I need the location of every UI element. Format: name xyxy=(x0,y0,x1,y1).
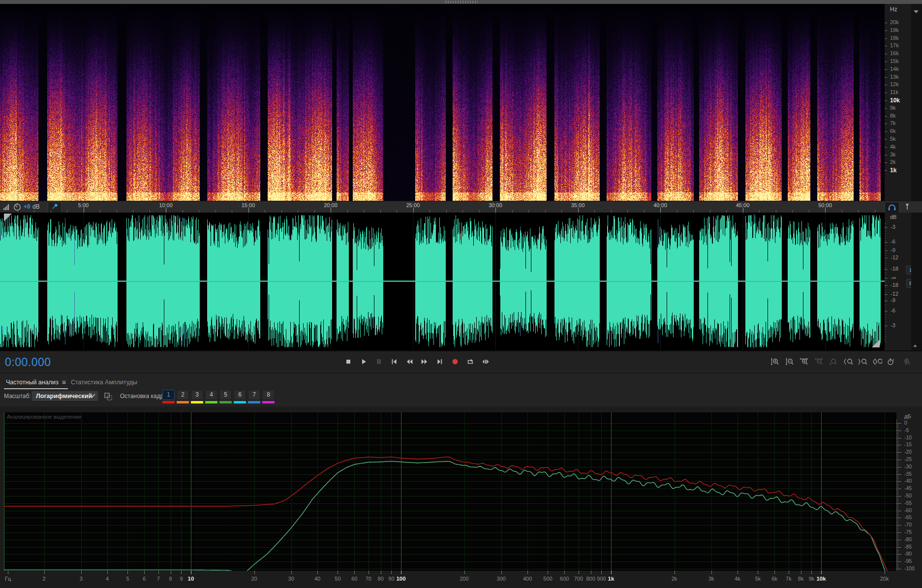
levels-icon[interactable] xyxy=(3,204,10,211)
ruler-tick xyxy=(578,208,579,213)
hold-button-8[interactable]: 8 xyxy=(262,390,275,400)
hold-frame-3[interactable]: 3 xyxy=(191,390,203,403)
waveform-db-scale[interactable]: dB -3-6-9-12-18-∞-18-12-9-6-3LR xyxy=(885,213,911,350)
panel-menu-icon[interactable]: ≡ xyxy=(62,380,66,385)
plot-db-label: -55 xyxy=(904,500,912,506)
db-minor-tick xyxy=(885,319,886,320)
record-button[interactable] xyxy=(449,356,461,367)
plot-db-label: -35 xyxy=(904,471,912,477)
hold-frame-5[interactable]: 5 xyxy=(219,390,232,403)
playhead-time-display[interactable]: 0:00.000 xyxy=(5,356,51,369)
zoom-in-horizontal-button[interactable] xyxy=(798,356,811,367)
hold-color-bar xyxy=(191,401,203,403)
zoom-out-vertical-button[interactable] xyxy=(784,356,797,367)
freq-label: 8k xyxy=(890,113,896,119)
frequency-plot-canvas[interactable] xyxy=(4,412,896,571)
copy-graph-button[interactable] xyxy=(103,392,113,402)
zoom-selection-button[interactable] xyxy=(871,356,884,367)
hold-frame-6[interactable]: 6 xyxy=(234,390,246,403)
zoom-out-horizontal-button[interactable] xyxy=(813,356,826,367)
hold-button-5[interactable]: 5 xyxy=(219,390,232,400)
loop-playback-button[interactable] xyxy=(464,356,477,367)
hold-button-1[interactable]: 1 xyxy=(162,390,175,400)
timeline-ruler[interactable]: +0 dB 5:0010:0015:0020:0025:0030:0035:00… xyxy=(0,201,922,213)
hold-frame-7[interactable]: 7 xyxy=(248,390,260,403)
ruler-tick xyxy=(660,208,661,213)
spectrogram-frequency-scale[interactable]: Hz 20k19k18k17k16k15k14k13k12k11k10k9k8k… xyxy=(885,4,911,201)
freq-tick xyxy=(885,31,887,31)
skip-selection-button[interactable] xyxy=(479,356,492,367)
freq-axis-tick xyxy=(381,571,381,574)
skip-to-end-button[interactable] xyxy=(433,356,446,367)
hold-button-6[interactable]: 6 xyxy=(234,390,246,400)
freq-axis-label: 40 xyxy=(307,576,328,582)
gain-value[interactable]: +0 xyxy=(24,203,31,210)
drag-handle-icon[interactable] xyxy=(445,1,478,3)
freq-axis-tick xyxy=(738,571,738,574)
plot-db-label: -90 xyxy=(904,551,912,557)
hold-frame-2[interactable]: 2 xyxy=(177,390,189,403)
db-minor-tick xyxy=(885,329,886,330)
freq-axis-tick xyxy=(811,571,812,574)
hold-button-2[interactable]: 2 xyxy=(177,390,189,400)
pause-icon xyxy=(375,358,383,366)
hold-button-7[interactable]: 7 xyxy=(248,390,260,400)
freq-label: 14k xyxy=(890,66,899,72)
zoom-in-vertical-icon xyxy=(770,358,780,366)
db-label: -3 xyxy=(891,322,895,328)
scale-dropdown[interactable]: Логарифмический xyxy=(31,391,98,402)
ruler-tick xyxy=(495,208,496,213)
db-minor-tick xyxy=(885,332,886,332)
panel-drag-bar[interactable] xyxy=(0,0,922,4)
freq-axis-tick xyxy=(401,571,401,574)
freq-axis-tick xyxy=(144,571,145,574)
db-tick xyxy=(885,278,888,279)
selection-handle-topleft-icon[interactable] xyxy=(4,214,12,221)
db-minor-tick xyxy=(885,341,886,342)
restore-zoom-button[interactable] xyxy=(885,356,898,367)
pin-button[interactable] xyxy=(48,202,61,213)
hold-frame-4[interactable]: 4 xyxy=(205,390,217,403)
hold-color-bar xyxy=(262,401,275,403)
panel-collapse-icon[interactable] xyxy=(914,10,919,13)
tab-amplitude-statistics[interactable]: Статистика Амплитуды xyxy=(69,376,139,388)
tack-button[interactable] xyxy=(901,202,913,212)
time-label: 20:00 xyxy=(319,202,342,208)
monitor-output-button[interactable] xyxy=(885,202,899,213)
waveform-canvas[interactable] xyxy=(0,213,885,350)
spectrogram-canvas[interactable] xyxy=(0,4,885,201)
time-label: 30:00 xyxy=(484,202,507,208)
hold-frame-1[interactable]: 1 xyxy=(162,390,175,403)
freq-axis-label: 4k xyxy=(727,576,748,582)
rewind-button[interactable] xyxy=(403,356,416,367)
hold-color-bar xyxy=(162,401,175,403)
zoom-out-point-button[interactable] xyxy=(856,356,869,367)
freq-tick xyxy=(885,100,887,101)
hold-frame-8[interactable]: 8 xyxy=(262,390,275,403)
freq-axis-tick xyxy=(338,571,338,574)
skip-to-start-button[interactable] xyxy=(388,356,400,367)
zoom-reset-button[interactable] xyxy=(827,356,840,367)
zoom-in-vertical-button[interactable] xyxy=(769,356,782,367)
hold-button-3[interactable]: 3 xyxy=(191,390,203,400)
tab-frequency-analysis[interactable]: Частотный анализ≡ xyxy=(4,376,68,389)
scroll-up-icon[interactable] xyxy=(913,344,917,347)
fast-forward-button[interactable] xyxy=(418,356,431,367)
stop-button[interactable] xyxy=(342,356,355,367)
ruler-tick xyxy=(743,208,743,213)
plot-db-label: -50 xyxy=(904,493,912,498)
hold-button-4[interactable]: 4 xyxy=(205,390,217,400)
db-tick xyxy=(885,227,888,228)
freq-label: 13k xyxy=(890,74,899,80)
time-label: 15:00 xyxy=(237,202,260,208)
plot-db-label: -15 xyxy=(904,441,912,447)
pause-button[interactable] xyxy=(372,356,385,367)
zoom-in-point-button[interactable] xyxy=(842,356,855,367)
zoom-full-button[interactable] xyxy=(900,356,913,367)
play-button[interactable] xyxy=(357,356,370,367)
freq-axis-tick xyxy=(8,571,8,574)
zoom-selection-icon xyxy=(872,358,882,366)
selection-handle-bottomright-icon[interactable] xyxy=(872,340,880,347)
time-label: 50:00 xyxy=(814,202,836,208)
loop-playback-icon xyxy=(466,358,474,366)
